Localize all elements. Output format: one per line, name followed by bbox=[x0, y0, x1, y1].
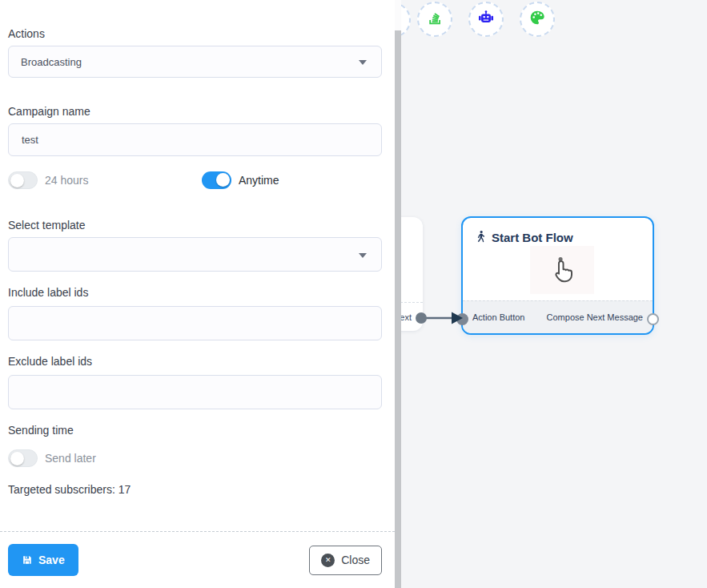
toggle-knob bbox=[10, 174, 24, 187]
chevron-down-icon bbox=[359, 60, 367, 65]
select-template-label: Select template bbox=[8, 219, 382, 232]
palette-icon bbox=[528, 9, 546, 30]
panel-scrollbar[interactable] bbox=[395, 0, 401, 588]
campaign-name-value: test bbox=[22, 134, 38, 146]
close-circle-icon: ✕ bbox=[321, 554, 335, 567]
save-icon bbox=[22, 554, 33, 566]
include-label-ids-label: Include label ids bbox=[8, 286, 382, 300]
robot-icon bbox=[477, 9, 495, 30]
targeted-subscribers-text: Targeted subscribers: 17 bbox=[8, 483, 382, 496]
node-title: Start Bot Flow bbox=[492, 232, 573, 244]
sending-time-label: Sending time bbox=[8, 424, 382, 437]
save-button-label: Save bbox=[38, 554, 65, 566]
toolbar-item-bot[interactable] bbox=[468, 2, 504, 37]
toggle-knob bbox=[216, 173, 230, 187]
close-button-label: Close bbox=[341, 554, 370, 566]
walking-person-icon bbox=[476, 230, 486, 246]
toggle-24-hours-label: 24 hours bbox=[45, 174, 88, 187]
exclude-label-ids-label: Exclude label ids bbox=[8, 355, 382, 369]
close-button[interactable]: ✕ Close bbox=[309, 546, 382, 575]
exclude-label-ids-input[interactable] bbox=[8, 375, 382, 409]
chevron-down-icon bbox=[359, 253, 367, 258]
campaign-name-label: Campaign name bbox=[8, 105, 382, 119]
toggle-anytime[interactable] bbox=[202, 171, 231, 189]
actions-label: Actions bbox=[8, 27, 382, 41]
actions-select-value: Broadcasting bbox=[21, 56, 82, 68]
send-later-label: Send later bbox=[45, 452, 96, 465]
stack-icon bbox=[426, 9, 444, 30]
flow-node-start-bot-flow[interactable]: Start Bot Flow Action Button Compose Nex… bbox=[461, 216, 654, 335]
toggle-anytime-label: Anytime bbox=[239, 174, 279, 187]
hand-cursor-icon bbox=[530, 246, 594, 294]
campaign-name-input[interactable]: test bbox=[8, 123, 382, 156]
toolbar-item-theme[interactable] bbox=[520, 2, 555, 37]
panel-scrollbar-thumb[interactable] bbox=[395, 30, 401, 588]
toggle-24-hours[interactable] bbox=[8, 171, 38, 189]
toggle-knob bbox=[10, 452, 24, 465]
save-button[interactable]: Save bbox=[8, 544, 78, 576]
node-footer-action-button-label: Action Button bbox=[472, 312, 524, 322]
flow-edge[interactable] bbox=[410, 308, 466, 328]
template-select[interactable] bbox=[8, 237, 382, 272]
node-footer-compose-label: Compose Next Message bbox=[547, 312, 643, 322]
toggle-send-later[interactable] bbox=[8, 449, 38, 467]
toolbar-item-stack[interactable] bbox=[417, 2, 452, 37]
actions-select[interactable]: Broadcasting bbox=[8, 46, 382, 78]
node-output-port[interactable] bbox=[647, 313, 659, 325]
broadcast-settings-panel: Actions Broadcasting Campaign name test … bbox=[0, 0, 395, 588]
include-label-ids-input[interactable] bbox=[8, 306, 382, 340]
